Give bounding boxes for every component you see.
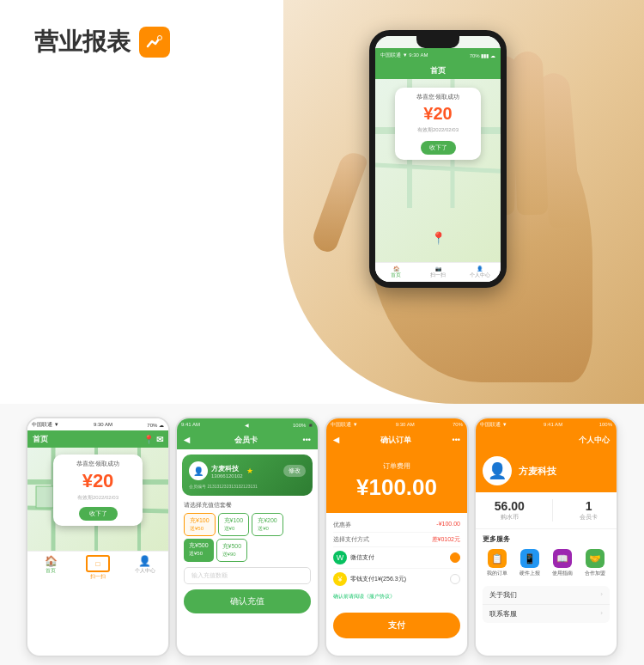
statusbar-4: 中国联通 ▼9:41 AM100% — [476, 418, 617, 430]
nav1-scan[interactable]: □ 扫一扫 — [75, 555, 122, 581]
option-1[interactable]: 充¥100送¥50 — [184, 513, 216, 536]
order-amount-display: ¥100.00 — [333, 474, 460, 501]
wechat-icon: W — [333, 551, 347, 564]
option-2[interactable]: 充¥100送¥0 — [218, 513, 250, 536]
mobile-frame-1: 中国联通 ▼9:30 AM70% ☁ 首页 📍 ✉ 恭喜您 领取成功 ¥20 有… — [26, 417, 170, 657]
title-text: 营业报表 — [34, 26, 131, 58]
map-area: 恭喜您 领取成功 ¥20 有效期2022/02/03 收下了 — [27, 448, 168, 551]
cards-stat: 1 会员卡 — [580, 499, 598, 522]
screen1-coupon-validity: 有效期2022/02/03 — [60, 494, 136, 502]
statusbar-1: 中国联通 ▼9:30 AM70% ☁ — [27, 418, 168, 430]
order-service-label: 订单费用 — [333, 461, 460, 471]
svg-point-0 — [158, 36, 162, 40]
about-contact: 关于我们 › 联系客服 › — [483, 586, 610, 623]
coins-pay-option[interactable]: ¥ 零钱支付1¥(256.3元) — [333, 569, 460, 589]
company-name: 方麦科技 — [519, 465, 556, 478]
screen1-bottom-nav: 🏠首页 □ 扫一扫 👤个人中心 — [27, 551, 168, 584]
nav-profile[interactable]: 👤个人中心 — [459, 265, 501, 279]
coupon-validity: 有效期2022/02/03 — [402, 126, 474, 134]
mobile-frame-4: 中国联通 ▼9:41 AM100% 个人中心 👤 方麦科技 56.00 购水币 … — [474, 417, 618, 657]
mobile-frame-3: 中国联通 ▼9:30 AM70% ◀ 确认订单 ••• 订单费用 ¥100.00… — [325, 417, 469, 657]
screen1-coupon-title: 恭喜您 领取成功 — [60, 460, 136, 468]
frame4-header: 个人中心 — [476, 430, 617, 449]
phone-hand-area: 中国联通 ▼ 9:30 AM 70% ▮▮▮ ☁ 首页 — [283, 0, 627, 395]
services-title: 更多服务 — [483, 534, 610, 544]
svg-rect-10 — [36, 486, 53, 508]
screen1-coupon-amount: ¥20 — [60, 470, 136, 492]
coupon-btn[interactable]: 收下了 — [421, 141, 456, 155]
order-amount-section: 订单费用 ¥100.00 — [326, 449, 467, 513]
nav1-home[interactable]: 🏠首页 — [27, 555, 75, 581]
service-partner[interactable]: 🤝 合作加盟 — [580, 549, 610, 577]
statusbar-2: 9:41 AM◀100% ◾ — [177, 418, 318, 430]
option-5[interactable]: 充¥500送¥90 — [216, 539, 248, 562]
svg-line-4 — [375, 165, 501, 174]
radio-unselected — [450, 574, 460, 584]
agreement-hint[interactable]: 确认前请阅读《服户协议》 — [333, 593, 460, 601]
frame3-title: 确认订单 — [380, 435, 411, 446]
mobile-frame-2: 9:41 AM◀100% ◾ ◀ 会员卡 ••• 👤 方麦科技 13066120… — [175, 417, 319, 657]
coins-icon: ¥ — [333, 572, 347, 586]
more-services: 更多服务 📋 我的订单 📱 硬件上报 📖 使用指南 🤝 合作加盟 — [476, 529, 617, 583]
service-orders[interactable]: 📋 我的订单 — [483, 549, 512, 577]
nav-home[interactable]: 🏠首页 — [375, 265, 417, 279]
nav-scan[interactable]: 📷扫一扫 — [417, 265, 459, 279]
recharge-options: 充¥100送¥50 充¥100送¥0 充¥200送¥0 充¥500送¥50 充¥… — [184, 513, 311, 562]
profile-avatar: 👤 — [483, 456, 512, 485]
frame3-header: ◀ 确认订单 ••• — [326, 430, 467, 449]
recharge-section: 请选择充值信套餐 充¥100送¥50 充¥100送¥0 充¥200送¥0 充¥5… — [177, 501, 318, 584]
confirm-recharge-btn[interactable]: 确认充值 — [184, 589, 311, 613]
frame2-header: ◀ 会员卡 ••• — [177, 430, 318, 449]
top-section: 营业报表 — [0, 0, 644, 404]
profile-stats: 56.00 购水币 1 会员卡 — [476, 492, 617, 529]
recharge-title: 请选择充值信套餐 — [184, 501, 311, 509]
coupon-header: 恭喜您 领取成功 — [402, 93, 474, 101]
member-card: 👤 方麦科技 13066120102 ★ 修改 会员编号 21313123231… — [182, 455, 313, 496]
statusbar-3: 中国联通 ▼9:30 AM70% — [326, 418, 467, 430]
about-us[interactable]: 关于我们 › — [483, 586, 610, 605]
pay-btn[interactable]: 支付 — [333, 613, 460, 638]
contact-us[interactable]: 联系客服 › — [483, 605, 610, 623]
frame2-title: 会员卡 — [234, 435, 258, 446]
frame1-title: 首页 📍 ✉ — [27, 430, 168, 448]
service-guide[interactable]: 📖 使用指南 — [548, 549, 577, 577]
order-details: 优惠券 -¥100.00 选择支付方式 差¥0102元 W 微信支付 ¥ 零钱支… — [326, 513, 467, 606]
member-phone: 13066120102 — [211, 473, 243, 479]
member-star: ★ — [246, 467, 253, 475]
title-area: 营业报表 — [34, 26, 170, 58]
frame4-title: 个人中心 — [579, 435, 610, 446]
coupon-amount: ¥20 — [402, 104, 474, 124]
coins-stat: 56.00 购水币 — [495, 499, 525, 522]
member-id: 会员编号 213131232313132123131 — [189, 484, 306, 489]
edit-btn[interactable]: 修改 — [283, 465, 306, 477]
page-title: 营业报表 — [34, 26, 170, 58]
option-3[interactable]: 充¥200送¥0 — [252, 513, 283, 536]
option-4-selected[interactable]: 充¥500送¥50 — [184, 539, 214, 562]
radio-selected — [450, 552, 460, 563]
member-name: 方麦科技 — [211, 464, 243, 473]
member-avatar: 👤 — [189, 461, 208, 480]
custom-amount-input[interactable]: 输入充值数额 — [184, 567, 311, 584]
wechat-pay-option[interactable]: W 微信支付 — [333, 547, 460, 569]
mobile-screenshots-row: 中国联通 ▼9:30 AM70% ☁ 首页 📍 ✉ 恭喜您 领取成功 ¥20 有… — [0, 404, 644, 665]
chart-icon — [139, 27, 170, 58]
services-grid: 📋 我的订单 📱 硬件上报 📖 使用指南 🤝 合作加盟 — [483, 549, 610, 577]
service-hardware[interactable]: 📱 硬件上报 — [515, 549, 544, 577]
nav1-profile[interactable]: 👤个人中心 — [121, 555, 168, 581]
screen1-coupon-btn[interactable]: 收下了 — [79, 507, 118, 521]
profile-section: 👤 方麦科技 — [476, 449, 617, 492]
